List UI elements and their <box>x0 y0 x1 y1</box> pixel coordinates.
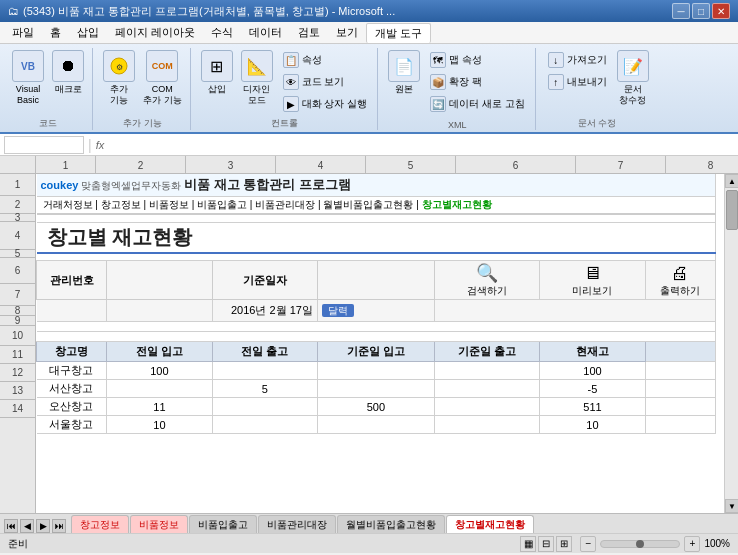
nav-item-1[interactable]: 거래처정보 <box>43 199 93 210</box>
expansion-pack-label: 확장 팩 <box>449 75 482 89</box>
close-button[interactable]: ✕ <box>712 3 730 19</box>
menu-view[interactable]: 보기 <box>328 23 366 42</box>
scroll-down-button[interactable]: ▼ <box>725 499 738 513</box>
nav-item-2[interactable]: 창고정보 <box>101 199 141 210</box>
row-headers: 1 2 3 4 5 6 7 8 9 10 11 12 13 14 <box>0 174 36 513</box>
add-feature-button[interactable]: ⚙ 추가기능 <box>101 48 137 108</box>
map-properties-button[interactable]: 🗺 맵 속성 <box>426 50 529 70</box>
menu-home[interactable]: 홈 <box>42 23 69 42</box>
normal-view-button[interactable]: ▦ <box>520 536 536 552</box>
cell-6-preview-btn[interactable]: 🖥 미리보기 <box>540 261 645 300</box>
tab-item-inout[interactable]: 비품입출고 <box>189 515 257 533</box>
zoom-slider[interactable] <box>600 540 680 548</box>
col-header-6: 6 <box>456 156 576 174</box>
doc-group-label: 문서 수정 <box>544 117 651 130</box>
cell-7-cal-btn[interactable]: 달력 <box>317 300 434 322</box>
menu-formula[interactable]: 수식 <box>203 23 241 42</box>
xml-source-button[interactable]: 📄 원본 <box>386 48 422 97</box>
tab-next-button[interactable]: ▶ <box>36 519 50 533</box>
minimize-button[interactable]: ─ <box>672 3 690 19</box>
ribbon-group-controls: ⊞ 삽입 📐 디자인모드 📋 속성 👁 코드 보기 ▶ 대화 상자 실행 <box>193 48 379 130</box>
page-break-view-button[interactable]: ⊞ <box>556 536 572 552</box>
nav-item-6[interactable]: 월별비품입출고현황 <box>323 199 413 210</box>
properties-label: 속성 <box>302 53 322 67</box>
design-mode-button[interactable]: 📐 디자인모드 <box>239 48 275 108</box>
col-header-5: 5 <box>366 156 456 174</box>
cell-6-date-value[interactable] <box>317 261 434 300</box>
row-header-9: 9 <box>0 316 35 326</box>
row-header-7: 7 <box>0 284 35 306</box>
maximize-button[interactable]: □ <box>692 3 710 19</box>
zoom-out-button[interactable]: − <box>580 536 596 552</box>
com-button[interactable]: COM COM추가 기능 <box>141 48 184 108</box>
run-dialog-button[interactable]: ▶ 대화 상자 실행 <box>279 94 372 114</box>
row-5 <box>37 253 716 261</box>
expansion-pack-button[interactable]: 📦 확장 팩 <box>426 72 529 92</box>
row-header-12: 12 <box>0 364 35 382</box>
scroll-up-button[interactable]: ▲ <box>725 174 738 188</box>
menu-review[interactable]: 검토 <box>290 23 328 42</box>
cell-6-mgmt-label: 관리번호 <box>37 261 107 300</box>
properties-button[interactable]: 📋 속성 <box>279 50 372 70</box>
macro-button[interactable]: ⏺ 매크로 <box>50 48 86 97</box>
menu-developer[interactable]: 개발 도구 <box>366 23 431 43</box>
cell-12-cur-in <box>317 380 434 398</box>
cell-13-prev-out <box>212 398 317 416</box>
col-header-8: 8 <box>666 156 738 174</box>
view-code-icon: 👁 <box>283 74 299 90</box>
addfeature-group-label: 추가 기능 <box>101 117 184 130</box>
zoom-level: 100% <box>704 538 730 549</box>
zoom-in-button[interactable]: + <box>684 536 700 552</box>
import-button[interactable]: ↓ 가져오기 <box>544 50 611 70</box>
tab-first-button[interactable]: ⏮ <box>4 519 18 533</box>
cell-6-search-btn[interactable]: 🔍 검색하기 <box>434 261 539 300</box>
menu-page-layout[interactable]: 페이지 레이아웃 <box>107 23 203 42</box>
map-properties-icon: 🗺 <box>430 52 446 68</box>
scroll-track[interactable] <box>725 188 738 499</box>
import-icon: ↓ <box>548 52 564 68</box>
tab-prev-button[interactable]: ◀ <box>20 519 34 533</box>
nav-item-5[interactable]: 비품관리대장 <box>255 199 315 210</box>
fx-label: fx <box>96 139 105 151</box>
tab-item-ledger[interactable]: 비품관리대장 <box>258 515 336 533</box>
nav-item-7-active[interactable]: 창고별재고현황 <box>422 199 492 210</box>
export-button[interactable]: ↑ 내보내기 <box>544 72 611 92</box>
tab-warehouse-stock[interactable]: 창고별재고현황 <box>446 515 534 533</box>
view-code-button[interactable]: 👁 코드 보기 <box>279 72 372 92</box>
menu-insert[interactable]: 삽입 <box>69 23 107 42</box>
spreadsheet: 1 2 3 4 5 6 7 8 9 1 2 3 4 5 6 7 8 9 10 1… <box>0 156 738 513</box>
coukey-sub: 맞춤형엑셀업무자동화 <box>81 180 184 191</box>
nav-item-4[interactable]: 비품입출고 <box>197 199 247 210</box>
col-header-stock: 현재고 <box>540 342 645 362</box>
xml-source-icon: 📄 <box>388 50 420 82</box>
ribbon-group-doc: ↓ 가져오기 ↑ 내보내기 📝 문서창수정 문서 수정 <box>538 48 657 130</box>
formula-divider: | <box>88 137 92 153</box>
insert-control-button[interactable]: ⊞ 삽입 <box>199 48 235 97</box>
ribbon-group-code-content: VB VisualBasic ⏺ 매크로 <box>10 48 86 115</box>
tab-item-info[interactable]: 비품정보 <box>130 515 188 533</box>
scroll-thumb[interactable] <box>726 190 738 230</box>
tab-monthly-inout[interactable]: 월별비품입출고현황 <box>337 515 445 533</box>
tab-warehouse-info[interactable]: 창고정보 <box>71 515 129 533</box>
menu-data[interactable]: 데이터 <box>241 23 290 42</box>
vertical-scrollbar[interactable]: ▲ ▼ <box>724 174 738 513</box>
cell-12-prev-in <box>107 380 212 398</box>
sheet-content: coukey 맞춤형엑셀업무자동화 비품 재고 통합관리 프로그램 거래처정보 … <box>36 174 738 513</box>
row-6: 관리번호 기준일자 🔍 검색하기 🖥 미리보기 <box>37 261 716 300</box>
tab-last-button[interactable]: ⏭ <box>52 519 66 533</box>
visual-basic-button[interactable]: VB VisualBasic <box>10 48 46 108</box>
sheet-tabs: ⏮ ◀ ▶ ⏭ 창고정보 비품정보 비품입출고 비품관리대장 월별비품입출고현황… <box>0 513 738 533</box>
macro-label: 매크로 <box>55 84 82 95</box>
doc-edit-button[interactable]: 📝 문서창수정 <box>615 48 651 108</box>
refresh-data-button[interactable]: 🔄 데이터 새로 고침 <box>426 94 529 114</box>
formula-input[interactable] <box>108 136 734 154</box>
cell-6-mgmt-value[interactable] <box>107 261 212 300</box>
cell-7-empty1 <box>37 300 107 322</box>
nav-item-3[interactable]: 비품정보 <box>149 199 189 210</box>
macro-icon: ⏺ <box>52 50 84 82</box>
row-9 <box>37 332 716 342</box>
name-box[interactable] <box>4 136 84 154</box>
page-layout-view-button[interactable]: ⊟ <box>538 536 554 552</box>
menu-file[interactable]: 파일 <box>4 23 42 42</box>
cell-6-print-btn[interactable]: 🖨 출력하기 <box>645 261 715 300</box>
